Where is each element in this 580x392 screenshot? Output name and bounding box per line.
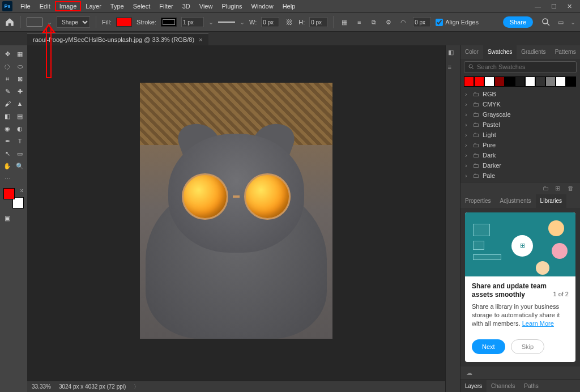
tab-properties[interactable]: Properties [460, 194, 496, 208]
fill-swatch[interactable] [116, 18, 132, 27]
rounded-opts-icon[interactable]: ◠ [398, 17, 408, 27]
swatch-folder[interactable]: ›🗀Light [460, 130, 580, 140]
tab-layers[interactable]: Layers [460, 380, 487, 392]
panel-icon[interactable]: ◧ [448, 49, 458, 59]
zoom-tool[interactable]: 🔍 [14, 160, 26, 172]
tab-color[interactable]: Color [460, 45, 483, 59]
menu-3d[interactable]: 3D [178, 1, 195, 11]
document-canvas[interactable] [140, 83, 332, 339]
new-swatch-icon[interactable]: ⊞ [555, 185, 563, 193]
zoom-level[interactable]: 33.33% [32, 384, 51, 390]
width-input[interactable] [261, 17, 279, 27]
home-icon[interactable] [5, 17, 15, 27]
frame-tool[interactable]: ⊠ [14, 73, 26, 85]
trash-icon[interactable]: 🗑 [568, 185, 575, 193]
swatch[interactable] [535, 76, 545, 87]
menu-window[interactable]: Window [247, 1, 278, 11]
panel-icon[interactable]: ≡ [448, 63, 458, 74]
tab-swatches[interactable]: Swatches [483, 45, 517, 59]
swatch[interactable] [556, 76, 566, 87]
crop-tool[interactable]: ⌗ [1, 73, 14, 85]
learn-more-link[interactable]: Learn More [522, 320, 554, 327]
swatch-folder[interactable]: ›🗀Pure [460, 140, 580, 150]
swatch[interactable] [545, 76, 556, 87]
skip-button[interactable]: Skip [511, 339, 544, 354]
eraser-tool[interactable]: ◧ [1, 110, 14, 122]
lasso-tool[interactable]: ⬭ [14, 60, 26, 73]
tab-libraries[interactable]: Libraries [536, 194, 566, 208]
swatch-folder[interactable]: ›🗀Dark [460, 150, 580, 160]
swatch[interactable] [515, 76, 525, 87]
menu-image[interactable]: Image [55, 1, 82, 11]
swatch-folder[interactable]: ›🗀RGB [460, 89, 580, 99]
color-picker[interactable]: ⤭ [3, 188, 24, 208]
menu-edit[interactable]: Edit [35, 1, 55, 11]
swatch[interactable] [505, 76, 515, 87]
stroke-swatch[interactable] [161, 18, 177, 27]
path-ops-icon[interactable]: ▦ [339, 17, 349, 27]
shape-tool[interactable]: ▭ [14, 147, 26, 160]
link-wh-icon[interactable]: ⛓ [284, 17, 294, 27]
artboard-tool[interactable]: ▦ [14, 48, 26, 60]
shape-mode-select[interactable]: Shape [57, 16, 90, 28]
swatch-folder[interactable]: ›🗀Pale [460, 171, 580, 181]
menu-layer[interactable]: Layer [81, 1, 106, 11]
quickmask-tool[interactable]: ▣ [1, 212, 14, 224]
menu-help[interactable]: Help [278, 1, 300, 11]
type-tool[interactable]: T [14, 135, 26, 147]
hand-tool[interactable]: ✋ [1, 160, 14, 172]
blur-tool[interactable]: ◉ [1, 122, 14, 135]
move-tool[interactable]: ✥ [1, 48, 14, 60]
swatch[interactable] [484, 76, 494, 87]
share-button[interactable]: Share [503, 16, 533, 28]
swatches-search[interactable] [464, 61, 577, 74]
canvas-area[interactable]: 33.33% 3024 px x 4032 px (72 ppi) 〉 [27, 45, 445, 392]
menu-filter[interactable]: Filter [155, 1, 177, 11]
next-button[interactable]: Next [472, 339, 505, 354]
stroke-style[interactable] [218, 22, 235, 23]
align-edges-check[interactable]: Align Edges [436, 19, 479, 26]
gradient-tool[interactable]: ▤ [14, 110, 26, 122]
swatch-folder[interactable]: ›🗀Grayscale [460, 109, 580, 120]
swatch[interactable] [474, 76, 484, 87]
brush-tool[interactable]: 🖌 [1, 97, 14, 110]
swap-colors-icon[interactable]: ⤭ [20, 188, 24, 193]
swatch-folder[interactable]: ›🗀Darker [460, 160, 580, 171]
tab-gradients[interactable]: Gradients [517, 45, 550, 59]
tool-preset[interactable] [27, 18, 42, 27]
swatch-folder[interactable]: ›🗀CMYK [460, 99, 580, 109]
menu-plugins[interactable]: Plugins [217, 1, 246, 11]
swatch-folder[interactable]: ›🗀Pastel [460, 120, 580, 130]
folder-icon[interactable]: 🗀 [543, 185, 551, 193]
menu-file[interactable]: File [16, 1, 35, 11]
tab-patterns[interactable]: Patterns [551, 45, 580, 59]
menu-type[interactable]: Type [106, 1, 129, 11]
stroke-width-input[interactable] [181, 17, 204, 27]
swatch[interactable] [566, 76, 576, 87]
minimize-icon[interactable]: — [535, 3, 541, 10]
tab-adjustments[interactable]: Adjustments [496, 194, 536, 208]
stamp-tool[interactable]: ▲ [14, 97, 26, 110]
close-icon[interactable]: ✕ [567, 3, 572, 10]
close-tab-icon[interactable]: × [199, 36, 202, 43]
eyedropper-tool[interactable]: ✎ [1, 85, 14, 97]
document-tab[interactable]: raoul-froog-yMSecCHsIBc-unsplash.jpg @ 3… [27, 33, 208, 45]
tab-channels[interactable]: Channels [487, 380, 519, 392]
marquee-tool[interactable]: ◌ [1, 60, 14, 73]
maximize-icon[interactable]: ☐ [551, 3, 557, 10]
workspace-icon[interactable]: ▭ [556, 17, 566, 27]
align-icon[interactable]: ≡ [354, 17, 364, 27]
dodge-tool[interactable]: ◐ [14, 122, 26, 135]
arrange-icon[interactable]: ⧉ [369, 17, 379, 27]
edit-toolbar[interactable]: ⋯ [1, 172, 14, 185]
swatch[interactable] [525, 76, 535, 87]
swatches-search-input[interactable] [477, 63, 573, 70]
pen-tool[interactable]: ✒ [1, 135, 14, 147]
foreground-color[interactable] [3, 188, 15, 199]
gear-icon[interactable]: ⚙ [383, 17, 394, 27]
radius-input[interactable] [413, 17, 431, 27]
swatch[interactable] [464, 76, 474, 87]
height-input[interactable] [309, 17, 327, 27]
path-tool[interactable]: ↖ [1, 147, 14, 160]
healing-tool[interactable]: ✚ [14, 85, 26, 97]
